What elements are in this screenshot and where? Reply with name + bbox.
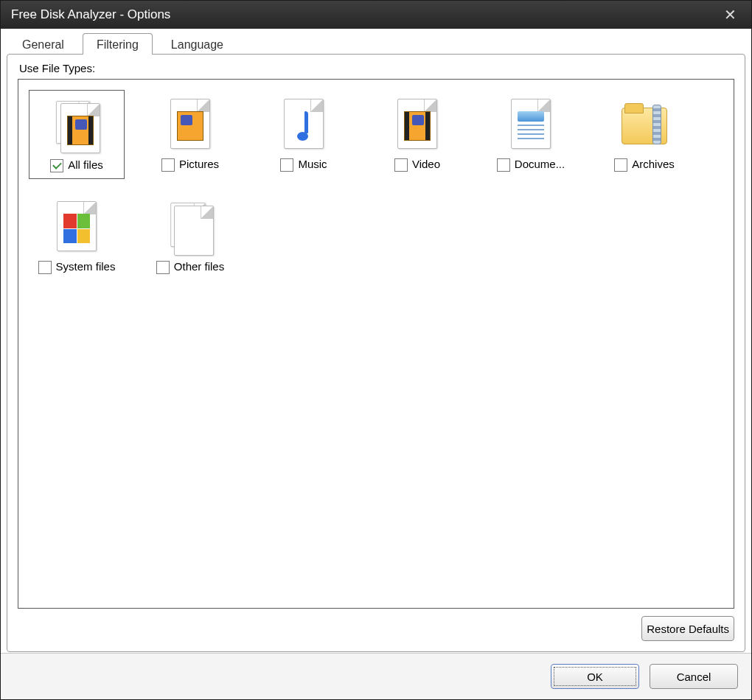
other-files-icon: [164, 197, 216, 256]
options-dialog: Free Disk Analyzer - Options ✕ General F…: [0, 0, 752, 700]
file-type-list: All files Pictures: [18, 79, 734, 609]
tab-filtering[interactable]: Filtering: [83, 33, 153, 55]
dialog-footer: OK Cancel: [1, 653, 751, 699]
video-label: Video: [412, 158, 440, 171]
other-files-label: Other files: [174, 260, 224, 273]
archives-icon: [619, 94, 670, 153]
file-type-pictures[interactable]: Pictures: [142, 90, 238, 179]
system-files-label: System files: [56, 260, 116, 273]
window-title: Free Disk Analyzer - Options: [11, 7, 720, 22]
close-icon[interactable]: ✕: [720, 4, 741, 25]
documents-icon: [505, 94, 557, 153]
file-type-all-files[interactable]: All files: [29, 90, 125, 179]
section-label: Use File Types:: [19, 62, 734, 74]
checkbox-video[interactable]: [394, 158, 408, 172]
checkbox-documents[interactable]: [497, 158, 510, 172]
tab-strip: General Filtering Language: [1, 29, 751, 55]
file-type-music[interactable]: Music: [256, 90, 352, 179]
client-area: General Filtering Language Use File Type…: [1, 29, 751, 699]
ok-button[interactable]: OK: [551, 664, 639, 689]
music-label: Music: [298, 158, 327, 171]
documents-label: Docume...: [515, 158, 565, 171]
restore-defaults-button[interactable]: Restore Defaults: [641, 616, 734, 641]
checkbox-other-files[interactable]: [156, 261, 170, 274]
checkbox-archives[interactable]: [614, 158, 627, 172]
cancel-button[interactable]: Cancel: [650, 664, 738, 689]
file-type-system-files[interactable]: System files: [29, 192, 125, 280]
tab-general[interactable]: General: [8, 33, 78, 55]
system-files-icon: [51, 197, 102, 256]
file-type-documents[interactable]: Docume...: [483, 90, 579, 179]
file-type-archives[interactable]: Archives: [596, 90, 692, 179]
tab-language[interactable]: Language: [157, 33, 237, 55]
checkbox-system-files[interactable]: [38, 261, 52, 274]
checkbox-music[interactable]: [280, 158, 293, 172]
file-type-other-files[interactable]: Other files: [142, 192, 238, 280]
video-icon: [391, 94, 443, 153]
checkbox-all-files[interactable]: [50, 159, 63, 172]
all-files-icon: [51, 95, 102, 154]
file-type-video[interactable]: Video: [369, 90, 465, 179]
pictures-label: Pictures: [179, 158, 219, 171]
all-files-label: All files: [68, 158, 103, 172]
archives-label: Archives: [632, 158, 675, 171]
title-bar[interactable]: Free Disk Analyzer - Options ✕: [1, 1, 751, 29]
music-icon: [278, 94, 330, 153]
tab-page-filtering: Use File Types: All files: [7, 54, 745, 652]
pictures-icon: [164, 94, 216, 153]
checkbox-pictures[interactable]: [161, 158, 175, 172]
